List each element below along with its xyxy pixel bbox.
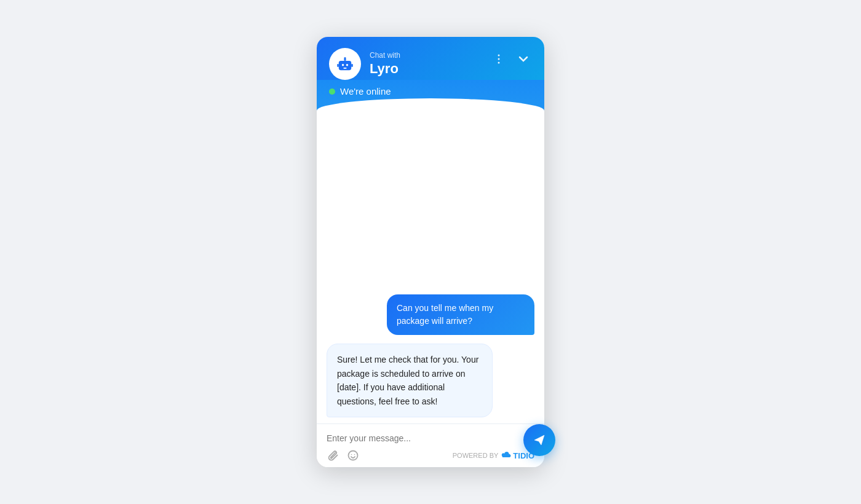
powered-by: POWERED BY TIDIO [453,451,534,460]
user-bubble: Can you tell me when my package will arr… [387,294,534,335]
message-user: Can you tell me when my package will arr… [327,294,534,335]
chat-widget-container: Chat with Lyro [317,37,544,467]
online-dot [329,89,335,95]
message-input[interactable] [327,433,534,443]
svg-point-9 [498,58,500,60]
bot-avatar [329,48,361,80]
tidio-cloud-icon [501,452,511,459]
online-status-text: We're online [340,86,391,96]
attachment-button[interactable] [327,449,340,462]
header-text: Chat with Lyro [370,51,482,77]
send-icon [533,433,546,447]
more-icon [493,53,505,65]
svg-point-5 [344,57,346,59]
chat-with-label: Chat with [370,51,482,61]
emoji-icon [347,450,359,461]
message-bot: Sure! Let me check that for you. Your pa… [327,344,534,417]
bot-icon [335,53,355,74]
svg-rect-7 [351,64,353,67]
chat-widget: Chat with Lyro [317,37,544,467]
header-actions [490,50,532,68]
send-button[interactable] [523,424,555,456]
more-options-button[interactable] [490,50,507,68]
bot-name: Lyro [370,61,482,77]
minimize-button[interactable] [515,50,532,68]
powered-by-label: POWERED BY [453,452,499,459]
svg-point-10 [498,62,500,64]
emoji-button[interactable] [346,449,360,462]
svg-point-12 [351,454,352,455]
online-banner: We're online [317,80,544,115]
chat-header: Chat with Lyro [317,37,544,80]
svg-point-11 [349,451,358,460]
messages-area: Can you tell me when my package will arr… [317,115,544,423]
svg-rect-0 [339,61,351,70]
bot-bubble: Sure! Let me check that for you. Your pa… [327,344,493,417]
input-area: POWERED BY TIDIO [317,424,544,467]
svg-rect-1 [342,64,344,66]
input-toolbar: POWERED BY TIDIO [327,449,534,462]
attachment-icon [328,450,339,461]
svg-rect-2 [346,64,348,66]
svg-point-8 [498,55,500,57]
svg-rect-3 [343,68,346,69]
svg-rect-6 [337,64,339,67]
online-status: We're online [329,86,532,96]
svg-point-13 [354,454,355,455]
messages-spacer [327,127,534,286]
chevron-down-icon [517,53,530,65]
toolbar-icons [327,449,360,462]
